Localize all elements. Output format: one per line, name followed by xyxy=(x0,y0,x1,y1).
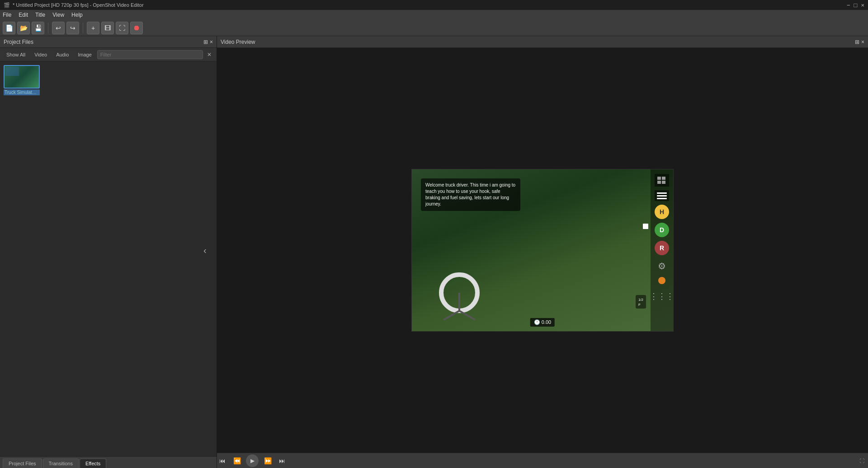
main-toolbar: 📄 📂 💾 ↩ ↪ + 🎞 ⛶ ⏺ xyxy=(0,20,868,36)
project-files-header-icons: ⊞ × xyxy=(203,39,213,45)
main-layout: Project Files ⊞ × Show All Video Audio I… xyxy=(0,36,868,468)
svg-rect-1 xyxy=(662,177,665,180)
menu-edit[interactable]: Edit xyxy=(19,12,28,18)
menu-view[interactable]: View xyxy=(52,12,64,18)
menu-line-2 xyxy=(657,195,667,197)
toolbar-separator-1 xyxy=(48,23,48,33)
video-preview-header-icons: ⊞ × xyxy=(855,39,864,45)
add-track-button[interactable]: + xyxy=(87,22,99,34)
steering-wheel xyxy=(439,272,480,313)
redo-button[interactable]: ↪ xyxy=(66,22,79,34)
tab-audio[interactable]: Audio xyxy=(52,51,72,58)
tab-show-all[interactable]: Show All xyxy=(3,51,29,58)
menu-file[interactable]: File xyxy=(3,12,11,18)
video-background: Welcome truck driver. This time i am goi… xyxy=(412,169,673,331)
prev-frame-button[interactable]: ⏪ xyxy=(231,455,242,466)
project-files-expand-icon[interactable]: ⊞ xyxy=(203,39,208,45)
filter-bar: Show All Video Audio Image ✕ xyxy=(0,48,217,61)
video-preview-close-icon[interactable]: × xyxy=(861,39,864,45)
tab-transitions[interactable]: Transitions xyxy=(43,459,79,468)
fullscreen-button[interactable]: ⛶ xyxy=(116,22,128,34)
svg-rect-2 xyxy=(657,181,661,184)
undo-button[interactable]: ↩ xyxy=(52,22,65,34)
left-panel: Project Files ⊞ × Show All Video Audio I… xyxy=(0,36,217,468)
menubar: File Edit Title View Help xyxy=(0,10,868,20)
fullscreen-preview-icon[interactable]: ⛶ xyxy=(859,458,868,463)
minimize-button[interactable]: − xyxy=(847,2,850,9)
file-item-truck-simulator[interactable]: Truck Simulator ... xyxy=(4,65,40,95)
steering-spoke-1 xyxy=(458,293,460,311)
file-label: Truck Simulator ... xyxy=(4,89,40,95)
save-project-button[interactable]: 💾 xyxy=(32,22,44,34)
titlebar-title-area: 🎬 * Untitled Project [HD 720p 30 fps] - … xyxy=(4,2,144,8)
window-title: * Untitled Project [HD 720p 30 fps] - Op… xyxy=(13,2,144,8)
video-preview-header: Video Preview ⊞ × xyxy=(217,36,868,48)
game-settings-icon[interactable]: ⚙ xyxy=(655,259,669,273)
video-preview-title: Video Preview xyxy=(221,39,255,45)
filter-clear-button[interactable]: ✕ xyxy=(205,50,214,59)
project-files-header: Project Files ⊞ × xyxy=(0,36,217,48)
speed-display: 1/2 F xyxy=(636,295,646,309)
titlebar-controls[interactable]: − □ × xyxy=(847,2,864,9)
close-button[interactable]: × xyxy=(861,2,864,9)
video-prev-arrow[interactable]: ‹ xyxy=(203,245,207,256)
game-button-h[interactable]: H xyxy=(655,205,669,219)
project-files-title: Project Files xyxy=(4,39,33,45)
skip-to-end-button[interactable]: ⏭ xyxy=(277,455,288,466)
game-button-d[interactable]: D xyxy=(655,223,669,237)
game-top-icon xyxy=(655,174,669,187)
play-button[interactable]: ▶ xyxy=(246,454,259,467)
game-text-content: Welcome truck driver. This time i am goi… xyxy=(425,183,515,206)
next-frame-button[interactable]: ⏩ xyxy=(262,455,273,466)
record-button[interactable]: ⏺ xyxy=(130,22,143,34)
project-files-content: Truck Simulator ... xyxy=(0,61,217,456)
steering-spoke-2 xyxy=(459,310,476,320)
thumbnail-overlay xyxy=(5,67,19,76)
thumbnail-image xyxy=(5,66,39,88)
menu-line-1 xyxy=(657,192,667,194)
filter-input[interactable] xyxy=(97,50,203,59)
skip-to-start-button[interactable]: ⏮ xyxy=(217,455,228,466)
maximize-button[interactable]: □ xyxy=(854,2,858,9)
bottom-tabs: Project Files Transitions Effects xyxy=(0,456,217,468)
titlebar: 🎬 * Untitled Project [HD 720p 30 fps] - … xyxy=(0,0,868,10)
project-files-close-icon[interactable]: × xyxy=(210,39,213,45)
video-frame: Welcome truck driver. This time i am goi… xyxy=(411,169,674,332)
game-button-r[interactable]: R xyxy=(655,241,669,255)
game-white-indicator xyxy=(643,224,648,229)
tab-image[interactable]: Image xyxy=(74,51,95,58)
toolbar-separator-2 xyxy=(83,23,83,33)
menu-help[interactable]: Help xyxy=(71,12,83,18)
tab-effects[interactable]: Effects xyxy=(80,459,106,468)
svg-rect-3 xyxy=(662,181,665,184)
video-preview-area: ‹ Welcome truck driver. This time i am g… xyxy=(217,48,868,453)
game-indicator-dot xyxy=(658,277,665,284)
open-project-button[interactable]: 📂 xyxy=(17,22,30,34)
tab-video[interactable]: Video xyxy=(31,51,51,58)
right-panel: Video Preview ⊞ × ‹ Welcome truck driver… xyxy=(217,36,868,468)
file-thumbnail xyxy=(4,65,40,89)
steering-spoke-3 xyxy=(443,310,460,320)
new-project-button[interactable]: 📄 xyxy=(3,22,15,34)
video-controls: ⏮ ⏪ ▶ ⏩ ⏭ ⛶ xyxy=(217,453,868,468)
add-clip-button[interactable]: 🎞 xyxy=(101,22,114,34)
game-right-panel: H D R ⚙ ⋮⋮⋮ xyxy=(651,169,673,331)
timecode-value: 0.00 xyxy=(542,319,551,325)
game-vertical-divider: ⋮⋮⋮ xyxy=(650,291,674,301)
video-timecode: 🕐 0.00 xyxy=(530,318,555,327)
game-text-overlay: Welcome truck driver. This time i am goi… xyxy=(421,178,520,211)
svg-rect-0 xyxy=(657,177,661,180)
app-icon: 🎬 xyxy=(4,2,10,8)
game-menu-lines xyxy=(655,190,669,201)
menu-line-3 xyxy=(657,198,667,199)
tab-project-files[interactable]: Project Files xyxy=(3,459,42,468)
video-preview-expand-icon[interactable]: ⊞ xyxy=(855,39,859,45)
menu-title[interactable]: Title xyxy=(35,12,45,18)
